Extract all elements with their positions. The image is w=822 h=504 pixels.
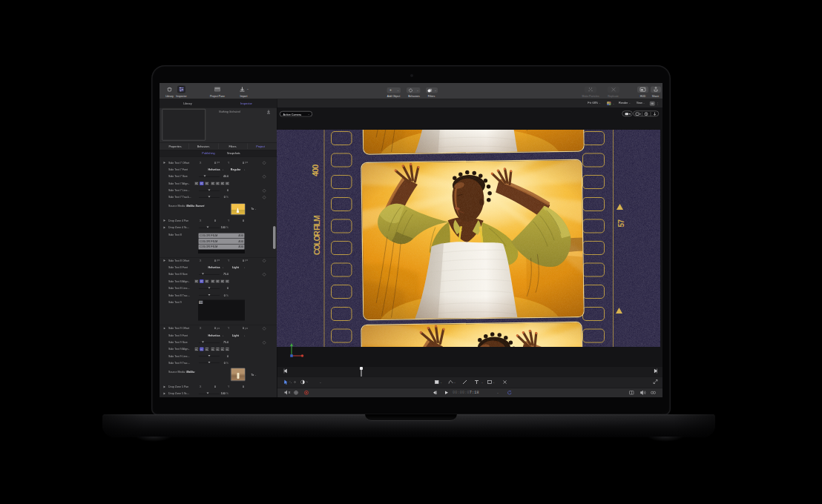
svg-text:⌄: ⌄: [493, 381, 495, 384]
svg-text:⌄: ⌄: [440, 381, 442, 384]
svg-text:⌄: ⌄: [454, 381, 456, 384]
svg-text:⌄: ⌄: [481, 381, 484, 384]
